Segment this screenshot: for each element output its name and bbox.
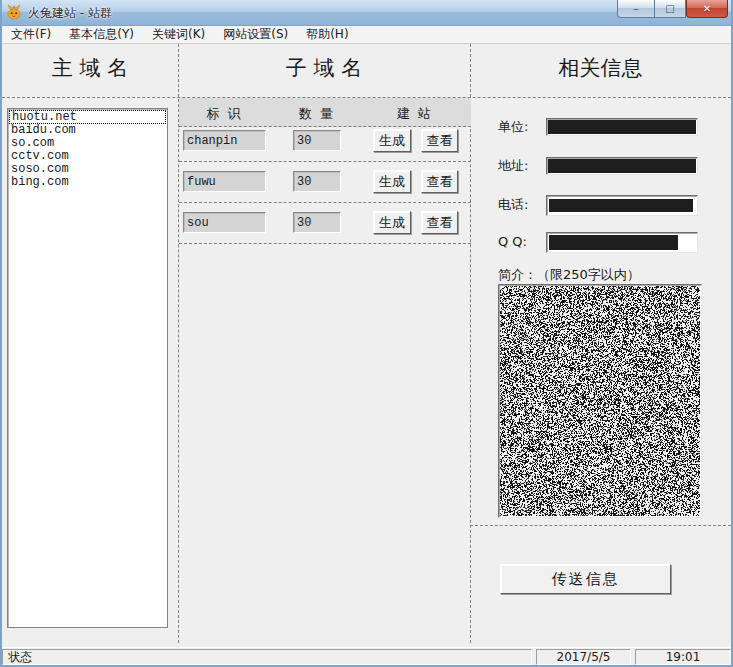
domain-list-item[interactable]: bing.com	[9, 176, 166, 189]
intro-label: 简介：（限250字以内）	[498, 266, 640, 284]
close-button[interactable]: ✕	[686, 0, 728, 18]
tag-input[interactable]	[183, 171, 266, 192]
menu-item-help[interactable]: 帮助(H)	[297, 25, 357, 44]
qq-field[interactable]	[546, 232, 698, 253]
main-area: 主 域 名 子 域 名 相关信息 huotu.net baidu.com so.…	[2, 44, 731, 647]
related-info-title: 相关信息	[470, 54, 731, 82]
column-separator-right	[470, 44, 471, 643]
phone-label: 电话:	[498, 196, 528, 214]
qq-label: Q Q:	[498, 234, 527, 249]
unit-field[interactable]	[546, 118, 698, 136]
generate-button[interactable]: 生成	[373, 129, 411, 152]
column-header-count: 数 量	[283, 105, 351, 123]
main-domain-title: 主 域 名	[2, 54, 178, 82]
maximize-icon: □	[665, 4, 674, 14]
view-button[interactable]: 查看	[421, 170, 458, 193]
redaction-bar	[549, 235, 678, 250]
unit-label: 单位:	[498, 118, 528, 136]
status-date: 2017/5/5	[536, 649, 631, 665]
column-separator-left	[178, 44, 179, 643]
view-button[interactable]: 查看	[421, 211, 458, 234]
count-input[interactable]	[293, 212, 341, 233]
row-separator	[179, 161, 471, 162]
row-separator	[179, 243, 471, 244]
tag-input[interactable]	[183, 212, 266, 233]
redaction-bar	[549, 199, 693, 212]
menu-item-keywords[interactable]: 关键词(K)	[143, 25, 214, 44]
generate-button[interactable]: 生成	[373, 170, 411, 193]
info-footer-separator	[470, 525, 731, 526]
row-separator	[179, 202, 471, 203]
column-header-build: 建 站	[373, 105, 457, 123]
domain-listbox[interactable]: huotu.net baidu.com so.com cctv.com soso…	[7, 108, 168, 628]
maximize-button[interactable]: □	[654, 0, 686, 18]
domain-list-item[interactable]: huotu.net	[9, 110, 166, 124]
menu-bar: 文件(F) 基本信息(Y) 关键词(K) 网站设置(S) 帮助(H)	[2, 26, 731, 44]
count-input[interactable]	[293, 171, 341, 192]
window-title: 火兔建站 - 站群	[28, 5, 112, 22]
intro-textarea[interactable]	[498, 284, 702, 518]
sub-domain-title: 子 域 名	[178, 54, 470, 82]
intro-noise-canvas	[500, 286, 700, 516]
phone-field[interactable]	[546, 195, 698, 216]
tag-input[interactable]	[183, 130, 266, 151]
close-icon: ✕	[703, 4, 711, 14]
count-input[interactable]	[293, 130, 341, 151]
view-button[interactable]: 查看	[421, 129, 458, 152]
column-header-tag: 标 识	[183, 105, 266, 123]
redaction-bar	[548, 120, 696, 134]
status-time: 19:01	[635, 649, 731, 665]
minimize-button[interactable]: –	[617, 0, 654, 18]
app-window: 火兔建站 - 站群 – □ ✕ 文件(F) 基本信息(Y) 关键词(K) 网站设…	[0, 0, 733, 667]
send-info-button[interactable]: 传送信息	[500, 564, 671, 594]
menu-item-basic-info[interactable]: 基本信息(Y)	[60, 25, 143, 44]
status-text: 状态	[2, 649, 532, 665]
address-label: 地址:	[498, 157, 528, 175]
title-bar[interactable]: 火兔建站 - 站群 – □ ✕	[0, 0, 733, 26]
redaction-bar	[548, 159, 696, 173]
menu-item-file[interactable]: 文件(F)	[2, 25, 60, 44]
minimize-icon: –	[634, 4, 639, 14]
app-logo-icon	[6, 4, 22, 20]
generate-button[interactable]: 生成	[373, 211, 411, 234]
status-bar: 状态 2017/5/5 19:01	[2, 647, 731, 665]
window-controls: – □ ✕	[617, 0, 728, 18]
menu-item-site-settings[interactable]: 网站设置(S)	[214, 25, 297, 44]
sub-domain-header-bar: 标 识 数 量 建 站	[179, 98, 471, 127]
address-field[interactable]	[546, 157, 698, 175]
